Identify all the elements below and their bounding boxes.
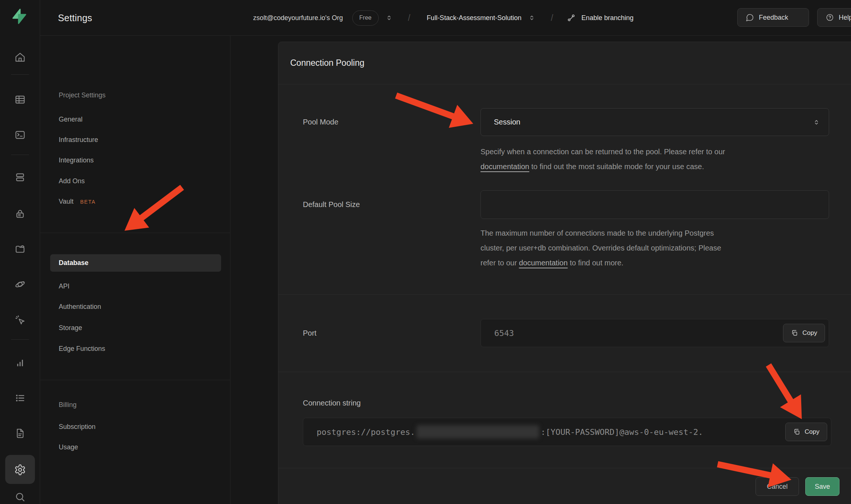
- sidebar-item-infrastructure[interactable]: Infrastructure: [59, 136, 98, 144]
- sidebar-item-storage[interactable]: Storage: [59, 324, 82, 332]
- pool-mode-value: Session: [494, 118, 520, 126]
- pool-mode-section: Pool Mode Session Specify when a connect…: [278, 84, 851, 174]
- sidebar-item-add-ons[interactable]: Add Ons: [59, 177, 85, 185]
- copy-icon: [793, 428, 800, 436]
- project-selector-chevrons-icon[interactable]: [528, 14, 536, 22]
- org-selector-chevrons-icon[interactable]: [385, 14, 393, 22]
- connection-string-prefix: postgres://postgres.: [317, 427, 415, 437]
- connection-string-field[interactable]: postgres://postgres. :[YOUR-PASSWORD]@aw…: [303, 418, 831, 446]
- sidebar-item-usage[interactable]: Usage: [59, 443, 78, 451]
- settings-gear-icon[interactable]: [14, 463, 26, 476]
- realtime-cursor-icon[interactable]: [14, 314, 26, 326]
- reports-chart-icon[interactable]: [14, 356, 26, 369]
- port-input[interactable]: 6543 Copy: [480, 319, 829, 347]
- logs-list-icon[interactable]: [14, 392, 26, 404]
- supabase-logo-icon[interactable]: [10, 7, 28, 25]
- breadcrumb-project[interactable]: Full-Stack-Assessment-Solution: [427, 14, 521, 22]
- help-text: to find out the most suitable mode for y…: [529, 162, 704, 171]
- supabase-settings-screen: Settings zsolt@codeyourfuture.io's Org F…: [0, 0, 851, 504]
- help-text: to find out more.: [568, 259, 624, 267]
- sidebar-item-integrations[interactable]: Integrations: [59, 156, 94, 164]
- rail-divider: [11, 339, 29, 340]
- authentication-lock-icon[interactable]: [14, 207, 26, 220]
- panel-title: Connection Pooling: [278, 42, 851, 84]
- plan-badge[interactable]: Free: [352, 10, 379, 26]
- sidebar-divider: [40, 233, 230, 233]
- sidebar-item-api[interactable]: API: [59, 282, 69, 290]
- breadcrumb-separator: /: [408, 13, 410, 23]
- settings-sidebar: Project Settings General Infrastructure …: [40, 36, 230, 504]
- connection-string-suffix: :[YOUR-PASSWORD]@aws-0-eu-west-2.: [541, 427, 703, 437]
- icon-rail: [0, 0, 40, 504]
- connection-string-redacted-blur: [417, 425, 539, 439]
- feedback-button[interactable]: Feedback: [737, 8, 809, 27]
- sidebar-divider: [40, 380, 230, 380]
- default-pool-size-section: Default Pool Size The maximum number of …: [278, 174, 851, 295]
- help-text: Specify when a connection can be returne…: [480, 148, 725, 156]
- port-copy-button[interactable]: Copy: [783, 324, 825, 342]
- table-editor-icon[interactable]: [14, 93, 26, 106]
- connection-pooling-panel: Connection Pooling Pool Mode Session Spe…: [278, 42, 851, 504]
- storage-folder-icon[interactable]: [14, 243, 26, 255]
- port-value: 6543: [494, 329, 514, 338]
- cancel-button[interactable]: Cancel: [755, 477, 799, 496]
- sidebar-item-vault[interactable]: Vault BETA: [59, 198, 96, 206]
- sidebar-section-billing: Billing: [59, 401, 77, 409]
- enable-branching-button[interactable]: Enable branching: [567, 13, 634, 22]
- vault-label: Vault: [59, 198, 74, 206]
- copy-icon: [791, 329, 798, 337]
- panel-footer: Cancel Save: [278, 468, 851, 496]
- help-label: Help: [839, 14, 851, 22]
- sidebar-section-project-settings: Project Settings: [59, 91, 106, 99]
- breadcrumb: zsolt@codeyourfuture.io's Org Free / Ful…: [253, 0, 634, 36]
- feedback-label: Feedback: [759, 14, 788, 22]
- connection-string-label: Connection string: [303, 399, 851, 407]
- port-label: Port: [303, 329, 480, 337]
- sidebar-item-database-selected[interactable]: Database: [50, 254, 221, 272]
- sidebar-item-edge-functions[interactable]: Edge Functions: [59, 345, 105, 353]
- documentation-link[interactable]: documentation: [480, 162, 529, 171]
- beta-badge: BETA: [80, 199, 96, 205]
- copy-label: Copy: [805, 428, 819, 436]
- sidebar-item-subscription[interactable]: Subscription: [59, 423, 96, 431]
- database-icon[interactable]: [14, 171, 26, 184]
- help-circle-icon: [826, 13, 834, 22]
- chevrons-up-down-icon: [812, 118, 821, 126]
- connection-string-section: Connection string postgres://postgres. :…: [278, 372, 851, 468]
- api-docs-file-icon[interactable]: [14, 427, 26, 440]
- default-pool-size-input[interactable]: [480, 190, 829, 219]
- port-section: Port 6543 Copy: [278, 295, 851, 372]
- speech-bubble-icon: [746, 13, 754, 22]
- enable-branching-label: Enable branching: [582, 14, 634, 22]
- top-header: Settings zsolt@codeyourfuture.io's Org F…: [40, 0, 851, 36]
- sidebar-item-authentication[interactable]: Authentication: [59, 303, 101, 311]
- default-pool-size-label: Default Pool Size: [303, 200, 480, 209]
- documentation-link[interactable]: documentation: [519, 259, 567, 267]
- breadcrumb-separator: /: [551, 13, 553, 23]
- breadcrumb-org[interactable]: zsolt@codeyourfuture.io's Org: [253, 14, 343, 22]
- search-icon[interactable]: [14, 491, 26, 503]
- help-button[interactable]: Help: [817, 8, 851, 27]
- page-title: Settings: [58, 12, 92, 23]
- sql-editor-icon[interactable]: [14, 129, 26, 141]
- default-pool-size-help-text: The maximum number of connections made t…: [480, 226, 834, 270]
- copy-label: Copy: [802, 329, 817, 337]
- edge-functions-icon[interactable]: [14, 278, 26, 291]
- git-branch-icon: [567, 13, 576, 22]
- rail-divider: [11, 155, 29, 155]
- pool-mode-help-text: Specify when a connection can be returne…: [480, 144, 834, 174]
- rail-divider: [11, 74, 29, 75]
- pool-mode-select[interactable]: Session: [480, 108, 829, 136]
- home-icon[interactable]: [14, 51, 26, 64]
- sidebar-item-general[interactable]: General: [59, 116, 82, 123]
- connection-string-copy-button[interactable]: Copy: [785, 423, 827, 441]
- pool-mode-label: Pool Mode: [303, 118, 480, 126]
- save-button[interactable]: Save: [805, 477, 839, 496]
